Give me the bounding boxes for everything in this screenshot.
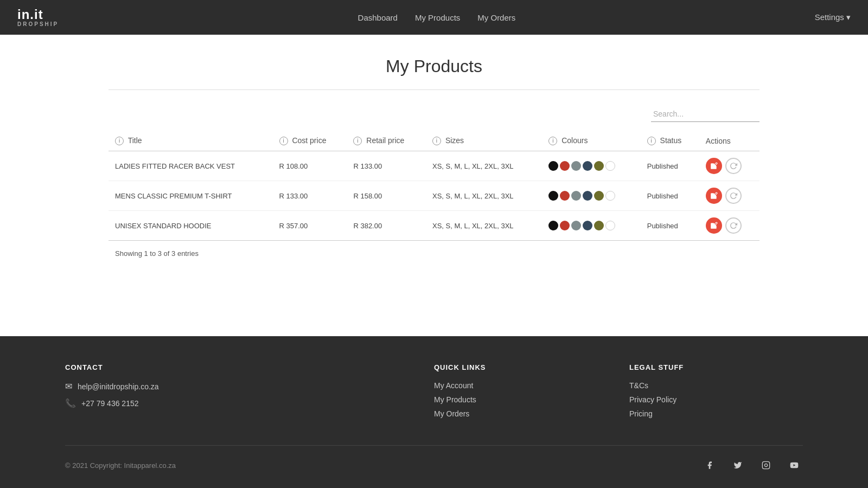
- settings-button[interactable]: Settings ▾: [815, 12, 851, 22]
- refresh-button[interactable]: [725, 217, 742, 234]
- footer-legal: LEGAL STUFF T&Cs Privacy Policy Pricing: [629, 363, 803, 423]
- legal-title: LEGAL STUFF: [629, 363, 803, 371]
- legal-pricing[interactable]: Pricing: [629, 409, 803, 418]
- svg-rect-0: [762, 461, 769, 468]
- nav-links: Dashboard My Products My Orders: [358, 13, 516, 22]
- youtube-icon[interactable]: [786, 457, 803, 474]
- col-status-icon: i: [647, 137, 656, 145]
- actions-cell: [706, 217, 753, 234]
- cell-retail-price: R 158.00: [347, 181, 426, 211]
- logo-text: in.it: [17, 8, 59, 21]
- col-title-icon: i: [115, 137, 124, 145]
- cell-title: UNISEX STANDARD HOODIE: [108, 211, 273, 241]
- cell-cost-price: R 357.00: [273, 211, 347, 241]
- footer-quick-links: QUICK LINKS My Account My Products My Or…: [434, 363, 608, 423]
- facebook-icon[interactable]: [701, 457, 718, 474]
- edit-button[interactable]: [706, 158, 722, 174]
- swatch-black: [548, 191, 558, 201]
- status-badge: Published: [647, 222, 678, 230]
- cell-retail-price: R 133.00: [347, 151, 426, 181]
- contact-email-item: ✉ help@initdropship.co.za: [65, 381, 412, 391]
- swatch-white: [605, 191, 615, 201]
- refresh-icon: [730, 192, 737, 200]
- refresh-button[interactable]: [725, 158, 742, 174]
- footer-grid: CONTACT ✉ help@initdropship.co.za 📞 +27 …: [65, 363, 803, 423]
- contact-title: CONTACT: [65, 363, 412, 371]
- footer: CONTACT ✉ help@initdropship.co.za 📞 +27 …: [0, 336, 868, 488]
- actions-cell: [706, 158, 753, 174]
- navbar: in.it DROPSHIP Dashboard My Products My …: [0, 0, 868, 35]
- showing-text: Showing 1 to 3 of 3 entries: [108, 247, 760, 260]
- nav-my-orders[interactable]: My Orders: [477, 13, 515, 22]
- col-colours: i Colours: [542, 131, 640, 151]
- cell-cost-price: R 108.00: [273, 151, 347, 181]
- cell-colours: [542, 181, 640, 211]
- cell-actions: [699, 211, 760, 241]
- swatch-darkgray: [583, 221, 592, 230]
- edit-button[interactable]: [706, 217, 722, 234]
- contact-email[interactable]: help@initdropship.co.za: [78, 382, 159, 391]
- col-actions: Actions: [699, 131, 760, 151]
- col-status: i Status: [641, 131, 699, 151]
- cell-actions: [699, 151, 760, 181]
- edit-icon: [710, 162, 718, 170]
- swatch-white: [605, 161, 615, 171]
- colour-swatches: [548, 161, 634, 171]
- col-title: i Title: [108, 131, 273, 151]
- status-badge: Published: [647, 192, 678, 200]
- products-table: i Title i Cost price i Retail price i Si…: [108, 131, 760, 241]
- cell-title: LADIES FITTED RACER BACK VEST: [108, 151, 273, 181]
- refresh-button[interactable]: [725, 188, 742, 204]
- swatch-gray: [571, 221, 581, 230]
- cell-sizes: XS, S, M, L, XL, 2XL, 3XL: [426, 151, 542, 181]
- col-sizes-icon: i: [432, 137, 441, 145]
- cell-cost-price: R 133.00: [273, 181, 347, 211]
- refresh-icon: [730, 222, 737, 229]
- cell-sizes: XS, S, M, L, XL, 2XL, 3XL: [426, 181, 542, 211]
- cell-actions: [699, 181, 760, 211]
- cell-status: Published: [641, 181, 699, 211]
- col-cost-price: i Cost price: [273, 131, 347, 151]
- swatch-black: [548, 161, 558, 171]
- col-sizes: i Sizes: [426, 131, 542, 151]
- edit-icon: [710, 222, 718, 229]
- swatch-black: [548, 221, 558, 230]
- colour-swatches: [548, 191, 634, 201]
- table-row: UNISEX STANDARD HOODIE R 357.00 R 382.00…: [108, 211, 760, 241]
- legal-tcs[interactable]: T&Cs: [629, 381, 803, 390]
- quick-link-my-account[interactable]: My Account: [434, 381, 608, 390]
- page-title: My Products: [108, 56, 760, 76]
- twitter-icon[interactable]: [729, 457, 746, 474]
- cell-status: Published: [641, 211, 699, 241]
- nav-my-products[interactable]: My Products: [415, 13, 460, 22]
- nav-dashboard[interactable]: Dashboard: [358, 13, 398, 22]
- cell-retail-price: R 382.00: [347, 211, 426, 241]
- swatch-darkgray: [583, 191, 592, 201]
- search-input[interactable]: [651, 106, 760, 122]
- phone-icon: 📞: [65, 398, 76, 408]
- swatch-white: [605, 221, 615, 230]
- swatch-gray: [571, 161, 581, 171]
- col-retail-icon: i: [353, 137, 362, 145]
- divider: [108, 89, 760, 90]
- cell-title: MENS CLASSIC PREMIUM T-SHIRT: [108, 181, 273, 211]
- instagram-icon[interactable]: [757, 457, 775, 474]
- swatch-darkgray: [583, 161, 592, 171]
- swatch-red: [560, 221, 570, 230]
- quick-link-my-orders[interactable]: My Orders: [434, 409, 608, 418]
- main-content: My Products i Title i Cost price i Retai…: [0, 35, 868, 336]
- table-row: LADIES FITTED RACER BACK VEST R 108.00 R…: [108, 151, 760, 181]
- edit-icon: [710, 192, 718, 200]
- edit-button[interactable]: [706, 188, 722, 204]
- swatch-olive: [594, 191, 604, 201]
- legal-privacy[interactable]: Privacy Policy: [629, 395, 803, 404]
- quick-link-my-products[interactable]: My Products: [434, 395, 608, 404]
- logo: in.it DROPSHIP: [17, 8, 59, 27]
- table-row: MENS CLASSIC PREMIUM T-SHIRT R 133.00 R …: [108, 181, 760, 211]
- cell-colours: [542, 151, 640, 181]
- swatch-red: [560, 161, 570, 171]
- swatch-red: [560, 191, 570, 201]
- search-container: [108, 106, 760, 122]
- cell-colours: [542, 211, 640, 241]
- social-links: [701, 457, 803, 474]
